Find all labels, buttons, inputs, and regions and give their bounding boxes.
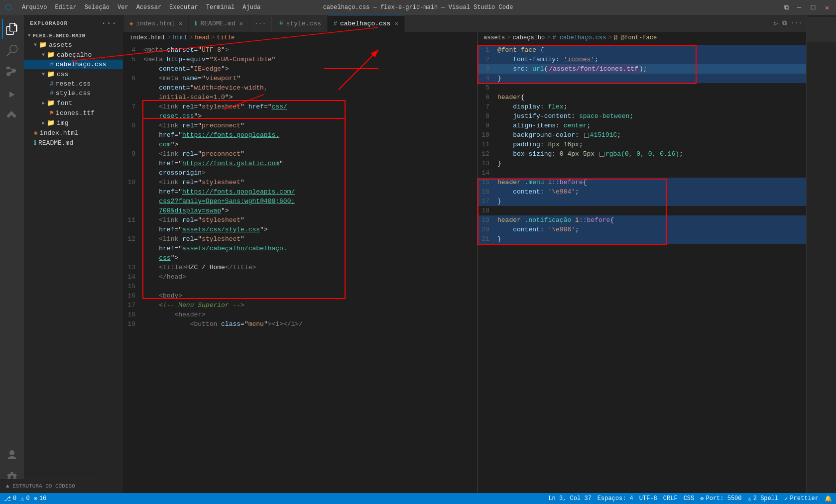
status-info[interactable]: ⊙ 16 xyxy=(34,495,47,503)
css-line-17: 17 } xyxy=(478,197,806,206)
tree-assets[interactable]: ▼ 📁 assets xyxy=(24,40,123,50)
color-swatch-shadow[interactable] xyxy=(599,152,604,157)
status-warnings[interactable]: ⚠ 0 xyxy=(20,495,29,503)
menu-arquivo[interactable]: Arquivo xyxy=(22,4,47,11)
project-root[interactable]: ▼ FLEX-E-GRID-MAIN xyxy=(24,32,123,40)
breadcrumb-assets[interactable]: assets xyxy=(483,34,505,41)
tree-icones-ttf[interactable]: ⚑ icones.ttf xyxy=(24,108,123,118)
files-activity-icon[interactable] xyxy=(2,19,22,39)
maximize-btn[interactable]: □ xyxy=(809,3,817,11)
titlebar-title: cabelhaço.css — flex-e-grid-main — Visua… xyxy=(323,4,513,11)
css-line-13: 13 } xyxy=(478,159,806,168)
code-line-8b: href="https://fonts.googleapis. xyxy=(123,130,452,140)
breadcrumb-indexhtml[interactable]: index.html xyxy=(129,34,165,41)
status-language[interactable]: CSS xyxy=(684,495,695,502)
minimize-btn[interactable]: ─ xyxy=(795,3,803,11)
info-count: 16 xyxy=(39,495,46,502)
css-line-5: 5 xyxy=(478,83,806,93)
tree-font-folder[interactable]: ▶ 📁 font xyxy=(24,98,123,108)
code-line-7: 7 <link rel="stylesheet" href="css/ xyxy=(123,102,452,111)
status-port[interactable]: ⊕ Port: 5500 xyxy=(700,495,741,503)
css-line-20: 20 content: '\e906'; xyxy=(478,225,806,234)
css-line-21: 21 } xyxy=(478,234,806,244)
cursor-position: Ln 3, Col 37 xyxy=(548,495,591,502)
left-breadcrumb: index.html > html > head > title xyxy=(123,32,452,43)
tree-readme-md[interactable]: ℹ README.md xyxy=(24,138,123,148)
menu-terminal[interactable]: Terminal xyxy=(206,4,235,11)
breadcrumb-font-face[interactable]: @ @font-face xyxy=(614,34,657,41)
code-line-5b: content="IE=edge"> xyxy=(123,64,452,74)
breadcrumb-html[interactable]: html xyxy=(173,34,187,41)
status-left: ⎇ 0 ⚠ 0 ⊙ 16 xyxy=(4,495,46,503)
code-line-8: 8 <link rel="preconnect" xyxy=(123,121,452,130)
tab-index-html[interactable]: ◈ index.html ✕ xyxy=(123,15,189,32)
spell-label: 2 Spell xyxy=(753,495,778,502)
code-line-11: 11 <link rel="stylesheet" xyxy=(123,215,452,225)
css-line-1: 1 @font-face { xyxy=(478,45,806,55)
status-notifications[interactable]: 🔔 xyxy=(825,495,832,503)
right-editor-pane: assets > cabeçalho > # cabelhaço.css > @… xyxy=(478,32,806,493)
run-preview-icon[interactable]: ▷ xyxy=(774,19,778,27)
more-actions-icon[interactable]: ··· xyxy=(791,19,802,27)
breadcrumb-cabelhaco-css[interactable]: # cabelhaço.css xyxy=(552,34,606,41)
breadcrumb-cabecalho[interactable]: cabeçalho xyxy=(512,34,545,41)
tab-cabelhaco-css[interactable]: # cabelhaço.css ✕ xyxy=(328,15,405,32)
close-btn[interactable]: ✕ xyxy=(823,3,831,12)
code-line-11b: href="assets/css/style.css"> xyxy=(123,225,452,234)
code-structure-label: ▲ ESTRUTURA DO CÓDIGO xyxy=(24,483,75,489)
html-editor[interactable]: 4 <meta charset="UTF-8"> 5 <meta http-eq… xyxy=(123,43,452,493)
tab-overflow-btn[interactable]: ··· xyxy=(251,20,269,27)
menu-acessar[interactable]: Acessar xyxy=(136,4,161,11)
code-line-10: 10 <link rel="stylesheet" xyxy=(123,178,452,187)
run-activity-icon[interactable] xyxy=(2,85,22,104)
info-icon: ⊙ xyxy=(34,495,37,503)
css-line-14: 14 xyxy=(478,168,806,178)
tree-cabelhaco-css[interactable]: # cabelhaço.css xyxy=(24,60,123,69)
tab-readme-md[interactable]: ℹ README.md ✕ xyxy=(189,15,249,32)
editor-area: ◈ index.html ✕ ℹ README.md ✕ ··· # style… xyxy=(123,15,806,493)
code-line-16: 16 <body> xyxy=(123,291,452,301)
tree-img-folder[interactable]: ▶ 📁 img xyxy=(24,118,123,128)
css-editor[interactable]: 1 @font-face { 2 font-family: 'icones'; … xyxy=(478,43,806,493)
status-eol[interactable]: CRLF xyxy=(663,495,678,502)
menu-editar[interactable]: Editar xyxy=(55,4,76,11)
account-activity-icon[interactable] xyxy=(2,445,22,465)
tree-style-css[interactable]: # style.css xyxy=(24,89,123,98)
tree-index-html[interactable]: ◈ index.html xyxy=(24,128,123,138)
sidebar-more-btn[interactable]: ··· xyxy=(101,19,117,28)
status-branch[interactable]: ⎇ 0 xyxy=(4,495,16,503)
status-spaces[interactable]: Espaços: 4 xyxy=(597,495,633,502)
code-line-10b: href="https://fonts.googleapis.com/ xyxy=(123,187,452,197)
menu-executar[interactable]: Executar xyxy=(169,4,198,11)
search-activity-icon[interactable] xyxy=(2,41,22,61)
status-encoding[interactable]: UTF-8 xyxy=(639,495,657,502)
tree-cabecalho[interactable]: ▼ 📁 cabeçalho xyxy=(24,50,123,60)
menu-ajuda[interactable]: Ajuda xyxy=(242,4,260,11)
language-label: CSS xyxy=(684,495,695,502)
prettier-label: Prettier xyxy=(790,495,819,502)
port-label: Port: 5500 xyxy=(706,495,741,502)
code-line-5: 5 <meta http-equiv="X-UA-Compatible" xyxy=(123,55,452,64)
split-view-icon[interactable]: ⧉ xyxy=(782,19,787,27)
menu-selecao[interactable]: Seleção xyxy=(85,4,110,11)
status-spell[interactable]: ⚠ 2 Spell xyxy=(748,495,779,503)
source-control-activity-icon[interactable] xyxy=(2,63,22,83)
encoding-label: UTF-8 xyxy=(639,495,657,502)
color-swatch-bg[interactable] xyxy=(584,133,589,138)
menu-ver[interactable]: Ver xyxy=(118,4,128,11)
tab-style-css[interactable]: # style.css xyxy=(273,15,327,32)
css-line-6: 6 header{ xyxy=(478,93,806,102)
status-right: Ln 3, Col 37 Espaços: 4 UTF-8 CRLF CSS ⊕… xyxy=(548,495,832,503)
minimap-left xyxy=(452,32,477,493)
status-prettier[interactable]: ✓ Prettier xyxy=(784,495,819,503)
breadcrumb-title[interactable]: title xyxy=(217,34,235,41)
tree-reset-css[interactable]: # reset.css xyxy=(24,79,123,89)
split-editor-icon[interactable]: ⧉ xyxy=(784,3,789,11)
code-line-12: 12 <link rel="stylesheet" xyxy=(123,234,452,244)
sidebar-header: EXPLORADOR ··· xyxy=(24,15,123,32)
breadcrumb-head[interactable]: head xyxy=(195,34,209,41)
tree-css-folder[interactable]: ▼ 📁 css xyxy=(24,69,123,79)
extensions-activity-icon[interactable] xyxy=(2,106,22,126)
status-bar: ⎇ 0 ⚠ 0 ⊙ 16 Ln 3, Col 37 Espaços: 4 UTF… xyxy=(0,493,836,504)
status-cursor[interactable]: Ln 3, Col 37 xyxy=(548,495,591,502)
